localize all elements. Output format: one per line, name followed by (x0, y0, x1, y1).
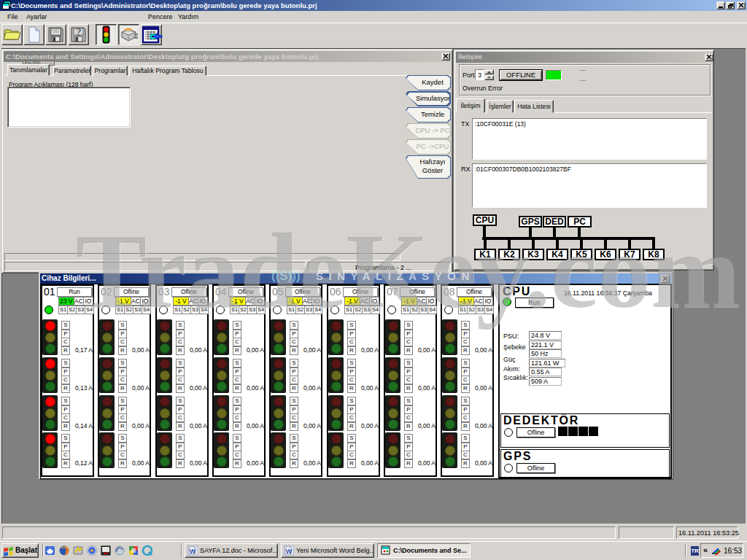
svg-text:?: ? (77, 27, 82, 38)
svg-text:W: W (190, 548, 196, 555)
svg-text:W: W (286, 548, 293, 555)
